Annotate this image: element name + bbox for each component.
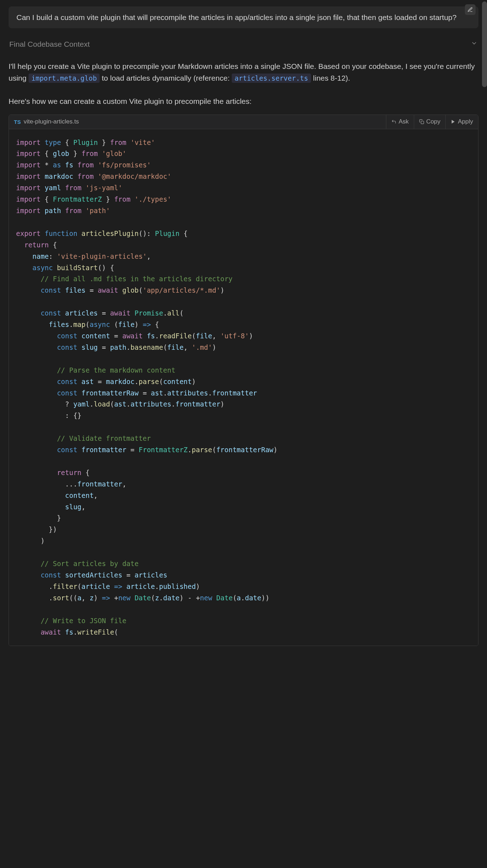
- apply-button[interactable]: Apply: [445, 115, 478, 129]
- edit-message-button[interactable]: [465, 4, 476, 15]
- assistant-response: I'll help you create a Vite plugin to pr…: [9, 61, 478, 107]
- copy-icon: [419, 119, 424, 124]
- chevron-down-icon: [471, 40, 478, 49]
- response-paragraph-1: I'll help you create a Vite plugin to pr…: [9, 61, 478, 84]
- scrollbar-thumb[interactable]: [482, 1, 487, 87]
- svg-marker-1: [452, 120, 455, 124]
- code-card-header: TS vite-plugin-articles.ts Ask Copy Appl…: [9, 115, 478, 129]
- context-collapsible[interactable]: Final Codebase Context: [9, 38, 478, 50]
- inline-code: articles.server.ts: [232, 74, 311, 83]
- user-message: Can I build a custom vite plugin that wi…: [9, 6, 478, 28]
- context-label: Final Codebase Context: [9, 40, 90, 49]
- reply-icon: [391, 119, 396, 124]
- play-icon: [451, 119, 456, 124]
- inline-code: import.meta.glob: [29, 74, 100, 83]
- code-card: TS vite-plugin-articles.ts Ask Copy Appl…: [9, 115, 478, 646]
- code-block[interactable]: import type { Plugin } from 'vite' impor…: [9, 129, 478, 646]
- svg-rect-0: [421, 121, 424, 124]
- user-message-text: Can I build a custom vite plugin that wi…: [16, 13, 457, 21]
- copy-button[interactable]: Copy: [414, 115, 446, 129]
- typescript-badge: TS: [14, 119, 21, 125]
- file-label: TS vite-plugin-articles.ts: [9, 118, 84, 125]
- pencil-icon: [467, 7, 473, 12]
- filename: vite-plugin-articles.ts: [24, 118, 79, 125]
- response-paragraph-2: Here's how we can create a custom Vite p…: [9, 96, 478, 107]
- ask-button[interactable]: Ask: [386, 115, 413, 129]
